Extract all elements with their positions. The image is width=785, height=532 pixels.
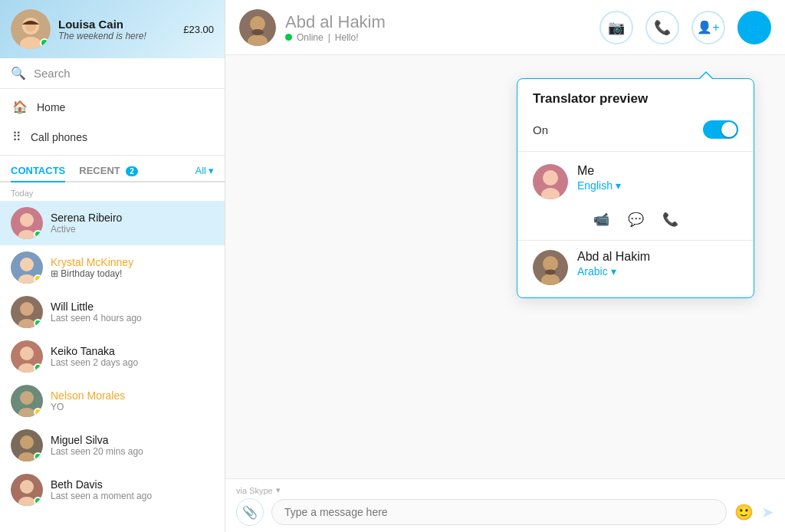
contact-sub-nelson: YO [51,402,214,412]
contact-item-keiko[interactable]: Keiko Tanaka Last seen 2 days ago [0,334,225,379]
contact-info-beth: Beth Davis Last seen a moment ago [51,478,214,501]
section-today: Today [0,182,225,201]
send-button[interactable]: ➤ [761,503,774,521]
contact-item-krystal[interactable]: Krystal McKinney ⊞ Birthday today! [0,245,225,290]
contact-sub-krystal: ⊞ Birthday today! [51,268,214,279]
contact-avatar-serena [11,207,43,239]
translator-me-language[interactable]: English ▾ [577,179,621,192]
contact-item-serena[interactable]: Serena Ribeiro Active [0,201,225,245]
svg-point-5 [20,213,34,227]
svg-point-11 [20,302,34,316]
contact-avatar-krystal [11,251,43,284]
contact-info-nelson: Nelson Morales YO [51,389,214,412]
add-contact-button[interactable]: 👤+ [691,11,725,44]
add-person-icon: 👤+ [697,20,719,34]
contact-info-miguel: Miguel Silva Last seen 20 mins ago [51,434,214,457]
tab-all-filter[interactable]: All ▾ [195,165,214,176]
topbar-online-dot [285,34,292,41]
translator-title: Translator preview [517,79,754,116]
contact-name-nelson: Nelson Morales [51,389,214,402]
contact-avatar-miguel [11,429,43,461]
translator-chat-icon[interactable]: 💬 [628,212,644,228]
via-skype-label: via Skype ▾ [236,485,774,495]
avatar [11,9,51,49]
contact-info-keiko: Keiko Tanaka Last seen 2 days ago [51,345,214,368]
nav-item-home[interactable]: 🏠 Home [0,92,225,122]
attach-button[interactable]: 📎 [236,498,264,526]
nav-home-label: Home [37,101,65,113]
tab-contacts[interactable]: CONTACTS [11,160,65,182]
top-bar: Abd al Hakim Online | Hello! 📷 📞 👤+ 🌐 [225,0,785,55]
contact-item-miguel[interactable]: Miguel Silva Last seen 20 mins ago [0,423,225,468]
topbar-info: Abd al Hakim Online | Hello! [285,12,386,43]
dialpad-icon: ⠿ [12,130,21,144]
paperclip-icon: 📎 [242,505,258,520]
status-dot-will [34,319,42,327]
translator-me-info: Me English ▾ [577,164,621,192]
svg-point-35 [545,270,556,275]
contact-sub-miguel: Last seen 20 mins ago [51,446,214,457]
contact-item-nelson[interactable]: Nelson Morales YO [0,379,225,423]
home-icon: 🏠 [12,100,28,114]
contact-name-beth: Beth Davis [51,478,214,491]
nav-item-call-phones[interactable]: ⠿ Call phones [0,122,225,152]
profile-name: Louisa Cain [58,18,183,31]
nav-items: 🏠 Home ⠿ Call phones [0,89,225,156]
tab-recent[interactable]: RECENT 2 [79,160,138,182]
translator-panel: Translator preview On Me English ▾ [517,78,754,298]
message-input[interactable] [271,499,727,525]
svg-point-8 [20,258,34,271]
contact-sub-serena: Active [51,224,214,235]
phone-icon: 📞 [654,19,671,36]
svg-point-33 [543,256,558,271]
status-dot-keiko [34,363,42,372]
translator-other-name: Abd al Hakim [577,250,650,264]
contact-name-miguel: Miguel Silva [51,434,214,446]
status-dot-miguel [34,452,42,461]
search-label: Search [34,67,71,80]
profile-credit: £23.00 [183,24,214,35]
chevron-down-icon: ▾ [611,265,616,277]
contact-avatar-beth [11,474,43,506]
translator-me-name: Me [577,164,621,178]
status-dot-krystal [34,274,42,283]
translator-other-info: Abd al Hakim Arabic ▾ [577,250,650,277]
topbar-avatar [239,9,276,46]
topbar-actions: 📷 📞 👤+ 🌐 [599,11,771,44]
chevron-down-icon: ▾ [209,165,214,176]
contact-avatar-will [11,296,43,328]
contact-sub-beth: Last seen a moment ago [51,491,214,501]
contact-info-will: Will Little Last seen 4 hours ago [51,300,214,323]
translator-call-icon[interactable]: 📞 [662,212,678,228]
contacts-tabs: CONTACTS RECENT 2 All ▾ [0,156,225,182]
svg-point-28 [251,29,264,35]
topbar-status-text: Online [297,32,324,43]
nav-call-label: Call phones [31,131,87,143]
translator-icon: 🌐 [747,21,762,34]
tab-contacts-label: CONTACTS [11,165,65,176]
translator-button[interactable]: 🌐 [737,11,771,44]
contact-item-beth[interactable]: Beth Davis Last seen a moment ago [0,468,225,512]
video-call-button[interactable]: 📷 [599,11,633,44]
topbar-contact-name: Abd al Hakim [285,12,386,32]
translator-toggle[interactable] [703,120,738,139]
translator-toggle-row: On [517,116,754,152]
profile-info: Louisa Cain The weekend is here! [58,18,183,41]
tab-recent-label: RECENT [79,165,120,176]
main-area: Abd al Hakim Online | Hello! 📷 📞 👤+ 🌐 [225,0,785,532]
emoji-button[interactable]: 🙂 [734,503,754,521]
input-row: 📎 🙂 ➤ [236,498,774,526]
contact-avatar-keiko [11,340,43,373]
contact-name-will: Will Little [51,300,214,313]
translator-icons-row: 📹 💬 📞 [517,207,754,241]
contact-sub-will: Last seen 4 hours ago [51,313,214,323]
translator-video-icon[interactable]: 📹 [593,212,609,228]
translator-other-language[interactable]: Arabic ▾ [577,265,650,277]
bottom-bar: via Skype ▾ 📎 🙂 ➤ [225,478,785,532]
recent-badge: 2 [126,166,138,176]
call-button[interactable]: 📞 [645,11,679,44]
online-status-dot [40,38,49,48]
contact-item-will[interactable]: Will Little Last seen 4 hours ago [0,290,225,334]
dropdown-arrow: ▾ [276,485,281,495]
search-bar[interactable]: 🔍 Search [0,58,225,89]
